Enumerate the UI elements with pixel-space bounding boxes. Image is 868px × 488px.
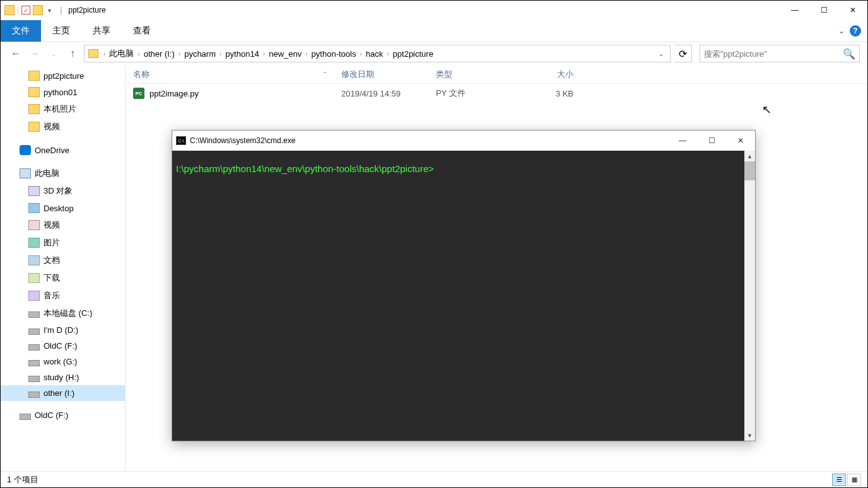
crumb-newenv[interactable]: new_env: [266, 49, 304, 59]
cmd-minimize-button[interactable]: —: [668, 131, 697, 151]
breadcrumb[interactable]: › 此电脑 › other (I:) › pycharm › python14 …: [84, 45, 671, 62]
folder-icon: [28, 71, 40, 81]
drive-icon: [28, 328, 40, 335]
sidebar-item[interactable]: ppt2picture: [1, 67, 125, 84]
sidebar-item[interactable]: 此电脑: [1, 165, 125, 182]
sidebar-item-label: 文档: [44, 255, 60, 266]
drive-icon: [28, 360, 40, 366]
crumb-hack[interactable]: hack: [363, 49, 385, 59]
titlebar: | ✓ ▾ | ppt2picture — ☐ ✕: [1, 1, 867, 20]
file-name: ppt2image.py: [150, 89, 199, 98]
sidebar-item[interactable]: 文档: [1, 252, 125, 269]
recent-dropdown-icon[interactable]: ⌄: [46, 46, 61, 61]
cmd-icon: C:\: [176, 136, 186, 145]
file-tab[interactable]: 文件: [1, 20, 41, 42]
sidebar-item[interactable]: study (H:): [1, 369, 125, 385]
file-row[interactable]: PCppt2image.py2019/4/19 14:59PY 文件3 KB: [126, 84, 867, 103]
down-icon: [28, 273, 40, 283]
col-type[interactable]: 类型: [428, 69, 523, 80]
crumb-pytools[interactable]: python-tools: [309, 49, 359, 59]
breadcrumb-sep[interactable]: ›: [385, 50, 390, 57]
video-icon: [28, 220, 40, 230]
crumb-pc[interactable]: 此电脑: [107, 48, 136, 59]
up-button[interactable]: ↑: [65, 46, 80, 61]
sidebar-item[interactable]: 下载: [1, 269, 125, 287]
icons-view-button[interactable]: ▦: [847, 473, 861, 486]
cmd-titlebar[interactable]: C:\ C:\Windows\system32\cmd.exe — ☐ ✕: [172, 131, 755, 151]
search-box[interactable]: 🔍: [700, 45, 860, 62]
breadcrumb-sep[interactable]: ›: [304, 50, 308, 57]
crumb-ppt2picture[interactable]: ppt2picture: [390, 49, 436, 59]
navigation-pane[interactable]: ppt2picturepython01本机照片视频OneDrive此电脑3D 对…: [1, 65, 126, 471]
breadcrumb-dropdown-icon[interactable]: ⌄: [656, 50, 666, 57]
close-button[interactable]: ✕: [838, 1, 867, 20]
sidebar-item[interactable]: 图片: [1, 234, 125, 252]
scroll-thumb[interactable]: [744, 161, 755, 180]
sidebar-item[interactable]: other (I:): [1, 385, 125, 401]
sidebar-item[interactable]: 视频: [1, 216, 125, 234]
details-view-button[interactable]: ☰: [832, 473, 846, 486]
cmd-window[interactable]: C:\ C:\Windows\system32\cmd.exe — ☐ ✕ I:…: [172, 130, 756, 441]
sidebar-item-label: study (H:): [44, 373, 79, 382]
forward-button[interactable]: →: [27, 46, 42, 61]
tab-view[interactable]: 查看: [122, 20, 162, 42]
sidebar-item[interactable]: python01: [1, 84, 125, 100]
sidebar-item[interactable]: 本机照片: [1, 100, 125, 118]
minimize-button[interactable]: —: [780, 1, 809, 20]
cell-name: PCppt2image.py: [126, 88, 334, 99]
tab-home[interactable]: 主页: [41, 20, 81, 42]
sidebar-item[interactable]: OldC (F:): [1, 407, 125, 423]
qat-dropdown-icon[interactable]: ▾: [45, 7, 54, 14]
sidebar-item-label: 图片: [44, 237, 60, 248]
breadcrumb-folder-icon: [88, 49, 98, 58]
scroll-up-icon[interactable]: ▲: [744, 151, 755, 161]
cmd-window-controls: — ☐ ✕: [668, 131, 755, 151]
cell-size: 3 KB: [523, 89, 586, 98]
breadcrumb-sep[interactable]: ›: [218, 50, 223, 57]
refresh-button[interactable]: ⟳: [674, 45, 692, 62]
cell-type: PY 文件: [428, 88, 523, 99]
back-button[interactable]: ←: [8, 46, 23, 61]
sidebar-item[interactable]: work (G:): [1, 354, 125, 369]
col-date[interactable]: 修改日期: [334, 69, 428, 80]
crumb-other[interactable]: other (I:): [141, 49, 177, 59]
window-controls: — ☐ ✕: [780, 1, 867, 20]
sidebar-item[interactable]: OldC (F:): [1, 338, 125, 354]
scroll-down-icon[interactable]: ▼: [744, 430, 755, 441]
sidebar-item[interactable]: I'm D (D:): [1, 322, 125, 338]
sidebar-item[interactable]: OneDrive: [1, 142, 125, 158]
new-folder-icon[interactable]: [33, 5, 43, 15]
breadcrumb-sep[interactable]: ›: [102, 50, 107, 57]
breadcrumb-sep[interactable]: ›: [358, 50, 363, 57]
crumb-pycharm[interactable]: pycharm: [182, 49, 218, 59]
sidebar-item-label: OldC (F:): [44, 341, 77, 351]
sidebar-item[interactable]: 音乐: [1, 287, 125, 305]
folder-icon: [4, 5, 15, 15]
cmd-close-button[interactable]: ✕: [726, 131, 755, 151]
sidebar-item[interactable]: 3D 对象: [1, 182, 125, 200]
breadcrumb-sep[interactable]: ›: [262, 50, 266, 57]
sidebar-item[interactable]: Desktop: [1, 200, 125, 216]
search-input[interactable]: [704, 49, 843, 59]
music-icon: [28, 291, 40, 301]
sidebar-item[interactable]: 本地磁盘 (C:): [1, 305, 125, 322]
ribbon-collapse-icon[interactable]: ⌄: [838, 26, 845, 35]
sidebar-item[interactable]: 视频: [1, 118, 125, 136]
maximize-button[interactable]: ☐: [809, 1, 838, 20]
help-icon[interactable]: ?: [850, 25, 861, 37]
cmd-terminal[interactable]: I:\pycharm\python14\new_env\python-tools…: [172, 151, 744, 441]
col-name[interactable]: 名称⌃: [126, 69, 334, 80]
qat-separator: |: [17, 6, 19, 15]
col-size[interactable]: 大小: [523, 69, 586, 80]
cmd-scrollbar[interactable]: ▲ ▼: [744, 151, 755, 441]
address-row: ← → ⌄ ↑ › 此电脑 › other (I:) › pycharm › p…: [1, 42, 867, 65]
sidebar-item-label: 此电脑: [35, 168, 59, 179]
tab-share[interactable]: 共享: [81, 20, 122, 42]
breadcrumb-sep[interactable]: ›: [136, 50, 141, 57]
search-icon[interactable]: 🔍: [843, 48, 855, 60]
breadcrumb-sep[interactable]: ›: [177, 50, 182, 57]
sidebar-item-label: 音乐: [44, 290, 60, 301]
properties-icon[interactable]: ✓: [21, 6, 30, 15]
crumb-python14[interactable]: python14: [223, 49, 262, 59]
cmd-maximize-button[interactable]: ☐: [697, 131, 726, 151]
